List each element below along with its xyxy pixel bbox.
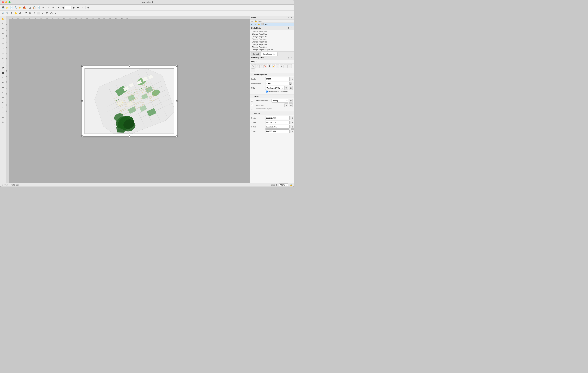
layers-header[interactable]: ▼ Layers (250, 94, 294, 98)
action-export[interactable]: ⤴ (251, 68, 255, 72)
main-properties-header[interactable]: ▼ Main Properties (250, 73, 294, 76)
draw-canvas-checkbox[interactable] (266, 91, 268, 93)
items-row-map1[interactable]: ✓ 👁 🔒 Map 1 (250, 23, 294, 26)
x-min-expr-button[interactable]: ⊞ (291, 116, 294, 120)
scale-input[interactable]: 18205 (265, 77, 290, 81)
add-arrow-tool[interactable]: ↗ (1, 110, 5, 114)
resize-tool[interactable]: ⤡ (1, 46, 5, 51)
y-max-expr-button[interactable]: ⊞ (291, 129, 294, 133)
x-max-input[interactable]: 1008601.861 (265, 125, 290, 129)
nav-first-button[interactable]: ⏮ (57, 6, 61, 10)
y-min-expr-button[interactable]: ⊞ (291, 121, 294, 124)
y-min-input[interactable]: 225089.214 (265, 121, 290, 124)
x-max-expr-button[interactable]: ⊞ (291, 125, 294, 129)
redo-button[interactable]: ↪ (51, 6, 55, 10)
open-file-button[interactable]: 📄 (10, 6, 13, 10)
crs-select[interactable]: Use Project CRS (265, 86, 284, 90)
add-table-button[interactable]: ⊞ (45, 11, 49, 15)
crs-expr-button[interactable]: ⊞ (289, 86, 293, 90)
map-rotation-expr-button[interactable]: ⊞ (293, 82, 294, 85)
add-text-button[interactable]: T (32, 11, 36, 15)
lock-styles-checkbox[interactable] (251, 108, 253, 110)
action-zoom-extent[interactable]: ⊞ (255, 64, 259, 68)
undo-item-8[interactable]: Create Map (250, 51, 294, 51)
action-bookmark[interactable]: 🔖 (263, 64, 267, 68)
select-tool[interactable]: ↖ (1, 21, 5, 26)
undo-item-0[interactable]: Change Page Size (250, 30, 294, 33)
map-item[interactable] (84, 68, 174, 134)
scale-expr-button[interactable]: ⊞ (291, 77, 294, 81)
item-props-settings-button[interactable]: ⚙ (287, 56, 290, 59)
action-edit[interactable]: ✏ (276, 64, 279, 68)
map-handle-bm[interactable] (129, 133, 130, 134)
zoom-extent-button[interactable]: 🔍 (14, 6, 18, 10)
map-handle-mr[interactable] (174, 100, 174, 102)
follow-map-theme-checkbox[interactable] (251, 100, 253, 102)
tab-item-properties[interactable]: Item Properties (261, 52, 278, 56)
tab-layout[interactable]: Layout (251, 52, 261, 56)
page-handle-bm[interactable] (129, 135, 130, 137)
save-button[interactable]: 💾 (1, 6, 5, 10)
add-map-tool[interactable]: 🗺 (1, 66, 5, 70)
add-image-button[interactable]: 🖼 (28, 11, 32, 15)
items-panel-close-button[interactable]: ✕ (290, 16, 293, 19)
undo-button[interactable]: ↩ (47, 6, 51, 10)
page-handle-tr[interactable] (176, 65, 178, 67)
map-rotation-down[interactable]: ▼ (289, 83, 292, 85)
add-3d-tool[interactable]: ⬛ (1, 71, 5, 75)
print-page[interactable] (82, 66, 177, 136)
add-text-tool[interactable]: A (1, 75, 5, 80)
map-handle-tr[interactable] (174, 68, 174, 69)
add-image-tool[interactable]: 🖼 (1, 85, 5, 90)
y-max-input[interactable]: 244160.454 (265, 129, 290, 133)
map1-eye[interactable]: 👁 (254, 23, 257, 25)
pan-button[interactable]: ✋ (14, 11, 18, 15)
undo-item-4[interactable]: Change Page Size (250, 41, 294, 43)
add-legend-tool[interactable]: ≡ (1, 90, 5, 95)
rotate-tool[interactable]: ↻ (1, 51, 5, 55)
follow-map-theme-select[interactable]: (none) (272, 99, 288, 103)
lock-layers-checkbox[interactable] (251, 104, 253, 106)
action-move-down[interactable]: ⬇ (288, 64, 292, 68)
map-handle-tm[interactable] (129, 68, 130, 69)
add-shape-tool[interactable]: △ (1, 105, 5, 110)
add-shape-button[interactable]: ⬜ (37, 11, 41, 15)
close-button[interactable] (2, 1, 4, 3)
undo-item-6[interactable]: Change Page Size (250, 46, 294, 48)
page-handle-mr[interactable] (176, 100, 178, 102)
select2-tool[interactable]: ⬚ (1, 36, 5, 41)
zoom-out-button[interactable]: 🔍 (5, 11, 9, 15)
extents-header[interactable]: ▼ Extents (250, 112, 294, 115)
print-atlas-button[interactable]: 📑 (37, 6, 41, 10)
x-min-input[interactable]: 987072.946 (265, 116, 290, 120)
draw-line-tool[interactable]: ╱ (1, 61, 5, 65)
add-arrow-button[interactable]: ↗ (41, 11, 45, 15)
lock-layers-expr-button[interactable]: ⊞ (289, 103, 293, 107)
undo-panel-settings-button[interactable]: ⚙ (287, 27, 290, 29)
undo-item-1[interactable]: Change Page Size (250, 33, 294, 35)
undo-item-7[interactable]: Change Page Background (250, 48, 294, 51)
add-text2-tool[interactable]: Aᵢ (1, 80, 5, 85)
zoom-out-tool[interactable]: ⊖ (1, 31, 5, 36)
export-button[interactable]: 📤 (22, 6, 26, 10)
map-rotation-up[interactable]: ▲ (289, 82, 292, 83)
page-handle-br[interactable] (176, 135, 178, 137)
print-button[interactable]: 🖨 (28, 6, 32, 10)
zoom-select[interactable]: 50% 75% 78.1% 100% 125% 150% 200% (279, 183, 288, 186)
zoom-extent2-button[interactable]: ⊞ (10, 11, 13, 15)
map-handle-ml[interactable] (84, 100, 85, 102)
add-north-tool[interactable]: N (1, 100, 5, 105)
action-zoom-layer[interactable]: ⊟ (259, 64, 263, 68)
page-handle-ml[interactable] (81, 100, 83, 102)
page-handle-tm[interactable] (129, 65, 130, 67)
hand-tool[interactable]: ✋ (1, 16, 5, 21)
follow-theme-expr-button[interactable]: ⊞ (289, 99, 293, 103)
items-panel-settings-button[interactable]: ⚙ (287, 16, 290, 19)
action-move-up[interactable]: ⬆ (284, 64, 288, 68)
map-handle-bl[interactable] (84, 133, 85, 134)
refresh2-button[interactable]: ↺ (18, 11, 22, 15)
action-refresh[interactable]: ↻ (251, 64, 255, 68)
map1-lock[interactable]: 🔒 (258, 23, 260, 25)
map-handle-tl[interactable] (84, 68, 85, 69)
atlas-settings-button[interactable]: ⚙ (41, 6, 45, 10)
